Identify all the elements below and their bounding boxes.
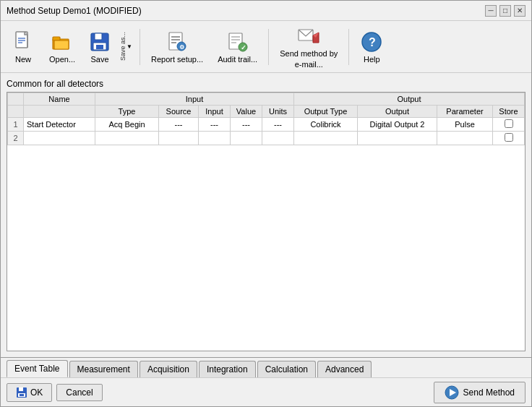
new-icon bbox=[12, 30, 35, 53]
svg-rect-31 bbox=[20, 394, 24, 396]
col-type-header: Type bbox=[95, 106, 159, 118]
col-store-header: Store bbox=[493, 106, 525, 118]
report-setup-icon: ⚙ bbox=[166, 30, 189, 53]
row-1-output-type[interactable]: Colibrick bbox=[294, 118, 358, 132]
save-button[interactable]: Save bbox=[83, 25, 116, 69]
open-icon bbox=[51, 30, 74, 53]
ok-button[interactable]: OK bbox=[7, 383, 52, 402]
svg-rect-8 bbox=[95, 33, 102, 40]
row-2-store-checkbox[interactable] bbox=[505, 133, 513, 142]
close-button[interactable]: ✕ bbox=[514, 5, 525, 17]
cancel-button[interactable]: Cancel bbox=[56, 384, 102, 401]
col-name-subheader bbox=[24, 106, 95, 118]
row-2-output-type[interactable] bbox=[294, 132, 358, 145]
col-input-header: Input bbox=[199, 106, 231, 118]
svg-text:⚙: ⚙ bbox=[179, 44, 184, 51]
toolbar: New Open... bbox=[1, 21, 531, 73]
col-value-header: Value bbox=[231, 106, 262, 118]
svg-text:?: ? bbox=[369, 36, 376, 48]
col-source-header: Source bbox=[159, 106, 199, 118]
help-button[interactable]: ? Help bbox=[353, 25, 390, 69]
row-2-type[interactable] bbox=[95, 132, 159, 145]
help-icon: ? bbox=[360, 30, 383, 53]
row-1-input[interactable]: --- bbox=[199, 118, 231, 132]
col-output-header: Output bbox=[358, 106, 437, 118]
send-method-email-label: Send method by e-mail... bbox=[280, 48, 338, 69]
row-1-store-checkbox[interactable] bbox=[505, 119, 513, 128]
tabs-bar: Event Table Measurement Acquisition Inte… bbox=[1, 357, 531, 377]
separator-1 bbox=[140, 29, 140, 65]
window-controls: ─ □ ✕ bbox=[485, 5, 525, 17]
row-1-source[interactable]: --- bbox=[159, 118, 199, 132]
tab-event-table[interactable]: Event Table bbox=[7, 360, 68, 377]
row-1-store[interactable] bbox=[493, 118, 525, 132]
separator-2 bbox=[268, 29, 269, 65]
main-window: Method Setup Demo1 (MODIFIED) ─ □ ✕ New bbox=[0, 0, 532, 407]
cancel-label: Cancel bbox=[66, 387, 93, 398]
table-header-row-1: Name Input Output bbox=[8, 93, 525, 106]
send-method-email-button[interactable]: Send method by e-mail... bbox=[273, 25, 344, 69]
row-2-num: 2 bbox=[8, 132, 24, 145]
table-row: 2 bbox=[8, 132, 525, 145]
new-button[interactable]: New bbox=[5, 25, 41, 69]
audit-trail-icon: ✓ bbox=[226, 30, 249, 53]
send-method-button[interactable]: Send Method bbox=[434, 382, 525, 403]
col-output-group-header: Output bbox=[294, 93, 525, 106]
tab-calculation[interactable]: Calculation bbox=[257, 361, 316, 377]
help-label: Help bbox=[364, 55, 380, 64]
send-method-icon bbox=[445, 385, 459, 400]
bottom-bar: OK Cancel Send Method bbox=[1, 377, 531, 406]
row-2-store[interactable] bbox=[493, 132, 525, 145]
event-table: Name Input Output Type Source Input Valu… bbox=[7, 93, 525, 145]
tab-advanced[interactable]: Advanced bbox=[317, 361, 372, 377]
svg-rect-6 bbox=[54, 40, 69, 49]
col-num-header bbox=[8, 93, 24, 106]
minimize-button[interactable]: ─ bbox=[485, 5, 497, 17]
row-1-name[interactable]: Start Detector bbox=[24, 118, 95, 132]
row-2-parameter[interactable] bbox=[437, 132, 493, 145]
col-rownum-subheader bbox=[8, 106, 24, 118]
section-label: Common for all detectors bbox=[7, 79, 525, 89]
window-title: Method Setup Demo1 (MODIFIED) bbox=[7, 6, 142, 16]
tab-integration[interactable]: Integration bbox=[199, 361, 256, 377]
save-as-button[interactable]: Save as... ▼ bbox=[116, 25, 135, 69]
report-setup-button[interactable]: ⚙ Report setup... bbox=[145, 25, 210, 69]
svg-rect-29 bbox=[19, 387, 23, 391]
tab-measurement[interactable]: Measurement bbox=[69, 361, 138, 377]
row-1-parameter[interactable]: Pulse bbox=[437, 118, 493, 132]
event-table-container: Name Input Output Type Source Input Valu… bbox=[7, 92, 525, 351]
row-2-output[interactable] bbox=[358, 132, 437, 145]
row-2-value[interactable] bbox=[231, 132, 262, 145]
row-1-units[interactable]: --- bbox=[262, 118, 294, 132]
open-label: Open... bbox=[49, 55, 75, 64]
row-2-input[interactable] bbox=[199, 132, 231, 145]
col-input-group-header: Input bbox=[95, 93, 294, 106]
title-bar: Method Setup Demo1 (MODIFIED) ─ □ ✕ bbox=[1, 1, 531, 21]
row-1-value[interactable]: --- bbox=[231, 118, 262, 132]
open-button[interactable]: Open... bbox=[43, 25, 82, 69]
ok-label: OK bbox=[30, 387, 43, 398]
col-output-type-header: Output Type bbox=[294, 106, 358, 118]
tab-acquisition[interactable]: Acquisition bbox=[140, 361, 197, 377]
row-2-units[interactable] bbox=[262, 132, 294, 145]
row-1-num: 1 bbox=[8, 118, 24, 132]
svg-text:✓: ✓ bbox=[241, 44, 246, 51]
send-method-label: Send Method bbox=[463, 387, 515, 398]
new-label: New bbox=[15, 55, 31, 64]
maximize-button[interactable]: □ bbox=[499, 5, 511, 17]
save-group: Save Save as... ▼ bbox=[83, 25, 135, 69]
col-name-header: Name bbox=[24, 93, 95, 106]
col-parameter-header: Parameter bbox=[437, 106, 493, 118]
table-row: 1 Start Detector Acq Begin --- --- --- -… bbox=[8, 118, 525, 132]
audit-trail-label: Audit trail... bbox=[218, 55, 257, 64]
save-label: Save bbox=[91, 55, 109, 64]
svg-rect-10 bbox=[96, 45, 103, 49]
row-2-name[interactable] bbox=[24, 132, 95, 145]
report-setup-label: Report setup... bbox=[151, 55, 203, 64]
separator-3 bbox=[348, 29, 349, 65]
save-icon bbox=[88, 30, 111, 53]
row-1-output[interactable]: Digital Output 2 bbox=[358, 118, 437, 132]
audit-trail-button[interactable]: ✓ Audit trail... bbox=[211, 25, 264, 69]
row-2-source[interactable] bbox=[159, 132, 199, 145]
row-1-type[interactable]: Acq Begin bbox=[95, 118, 159, 132]
